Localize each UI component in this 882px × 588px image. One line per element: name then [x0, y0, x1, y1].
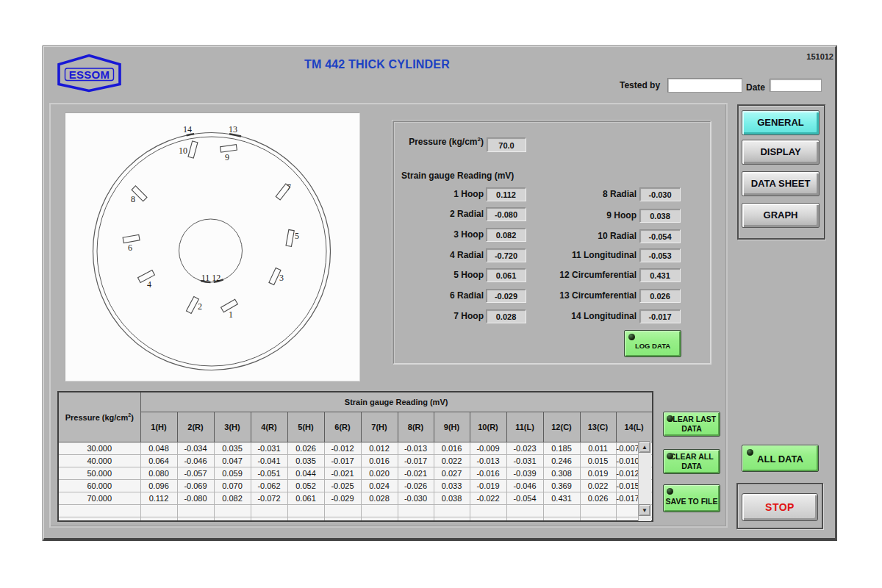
svg-text:5: 5: [295, 231, 299, 241]
svg-text:14: 14: [183, 124, 192, 135]
svg-text:ESSOM: ESSOM: [69, 68, 110, 81]
svg-text:2: 2: [198, 301, 202, 312]
svg-text:6: 6: [128, 243, 132, 253]
svg-text:1: 1: [229, 309, 233, 320]
svg-text:8: 8: [131, 194, 135, 204]
svg-text:13: 13: [229, 124, 237, 135]
svg-text:9: 9: [225, 152, 229, 162]
svg-text:11 12: 11 12: [201, 273, 221, 283]
svg-text:4: 4: [147, 279, 151, 290]
svg-text:7: 7: [287, 182, 291, 193]
svg-text:10: 10: [179, 146, 187, 156]
svg-text:3: 3: [279, 273, 284, 283]
